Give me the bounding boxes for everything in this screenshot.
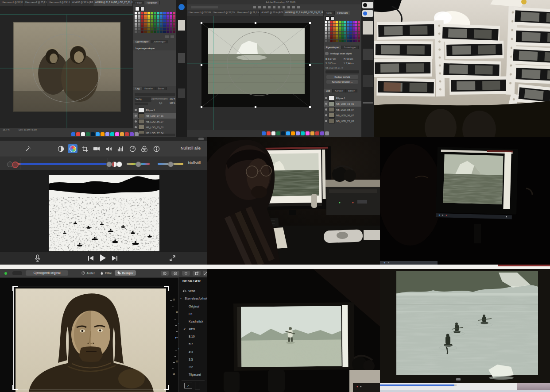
new-swatch-icon[interactable] — [165, 35, 169, 38]
auto-enhance-wand-button[interactable] — [203, 271, 207, 276]
color-swatch[interactable] — [336, 29, 338, 31]
color-swatch[interactable] — [151, 25, 153, 27]
color-swatch[interactable] — [160, 17, 163, 19]
color-swatch[interactable] — [167, 17, 169, 19]
next-frame-icon[interactable] — [112, 255, 118, 261]
aspect-option[interactable]: 4:3 — [189, 350, 193, 354]
tab-justeringer[interactable]: Justeringer — [341, 46, 358, 49]
color-swatch[interactable] — [135, 17, 137, 19]
noise-equalizer-icon[interactable] — [116, 144, 125, 153]
color-swatch[interactable] — [151, 31, 153, 33]
color-swatch[interactable] — [358, 21, 360, 23]
color-swatch[interactable] — [144, 12, 147, 14]
color-swatch[interactable] — [339, 32, 341, 34]
color-swatch[interactable] — [341, 27, 344, 29]
color-swatch[interactable] — [173, 31, 175, 33]
info-button[interactable] — [161, 271, 169, 276]
color-swatch[interactable] — [355, 40, 357, 42]
color-swatch[interactable] — [336, 40, 338, 42]
color-swatch[interactable] — [138, 23, 140, 25]
window-control-button[interactable] — [198, 138, 204, 140]
eye-icon[interactable] — [325, 103, 327, 105]
document-tab[interactable]: Uten navn-1 @ 33,3 % ... — [0, 0, 23, 6]
color-swatch[interactable] — [141, 20, 143, 22]
color-swatch[interactable] — [141, 12, 143, 14]
y-field[interactable]: Y: 2,44 cm — [344, 62, 354, 65]
color-swatch[interactable] — [167, 28, 169, 30]
color-swatch[interactable] — [349, 37, 352, 39]
color-swatch[interactable] — [328, 24, 330, 26]
crop-handle-bottomright[interactable] — [164, 385, 169, 390]
color-swatch[interactable] — [352, 21, 355, 23]
color-swatch[interactable] — [135, 20, 137, 22]
levels-slider-track[interactable] — [8, 163, 120, 165]
document-tab-active[interactable]: AIVA68 @ 11,7 % (NB_LOD_27_01, RGB/8) * — [93, 0, 133, 6]
straighten-dial[interactable]: 15 10 5 0 5 10 15 — [167, 296, 179, 380]
dock-app-icon[interactable] — [120, 132, 124, 136]
color-swatch[interactable] — [173, 25, 175, 27]
crop-icon[interactable] — [80, 144, 89, 153]
dock-app-icon[interactable] — [105, 132, 109, 136]
tab-baner[interactable]: Baner — [346, 89, 357, 92]
color-swatch[interactable] — [154, 20, 156, 22]
dock-app-icon[interactable] — [81, 132, 85, 136]
dock-app-icon[interactable] — [301, 131, 305, 135]
crop-handle-topleft[interactable] — [12, 286, 18, 291]
color-swatch[interactable] — [138, 28, 140, 30]
color-swatch[interactable] — [333, 32, 335, 34]
color-swatch[interactable] — [339, 35, 341, 37]
layer-row-selected[interactable]: NB_LOD_27_01 — [133, 113, 177, 119]
color-swatch[interactable] — [144, 20, 147, 22]
color-swatch[interactable] — [347, 40, 349, 42]
color-swatch[interactable] — [144, 15, 147, 17]
dock-app-icon[interactable] — [135, 132, 139, 136]
dock-app-icon[interactable] — [110, 132, 114, 136]
dock-app-icon[interactable] — [281, 131, 285, 135]
color-swatch[interactable] — [344, 40, 346, 42]
eye-icon[interactable] — [135, 120, 137, 123]
color-swatch[interactable] — [339, 21, 341, 23]
revert-original-button[interactable]: Gjenopprett original — [26, 270, 68, 276]
color-swatch[interactable] — [355, 32, 357, 34]
color-swatch[interactable] — [328, 37, 330, 39]
color-swatch[interactable] — [147, 28, 150, 30]
layer-row[interactable]: NB_LOD_25_03 — [133, 124, 177, 130]
traffic-light-green[interactable] — [4, 272, 7, 275]
color-swatch[interactable] — [341, 40, 344, 42]
color-swatch[interactable] — [147, 25, 150, 27]
delete-swatch-icon[interactable] — [170, 35, 174, 38]
tab-fargekart[interactable]: Fargekart — [335, 11, 350, 15]
opacity-value[interactable]: 100 % — [170, 98, 175, 100]
tab-filtre[interactable]: Filtre — [97, 270, 115, 276]
remove-button[interactable] — [171, 271, 179, 276]
color-swatch[interactable] — [336, 24, 338, 26]
color-swatch[interactable] — [347, 27, 349, 29]
color-swatch[interactable] — [352, 29, 355, 31]
tab-kanaler[interactable]: Kanaler — [333, 89, 346, 92]
color-swatch[interactable] — [167, 20, 169, 22]
color-swatch[interactable] — [141, 25, 143, 27]
blend-mode-select[interactable]: Vanlig — [135, 97, 151, 102]
color-balance-icon[interactable] — [56, 144, 66, 153]
color-swatch[interactable] — [330, 21, 333, 23]
swatch-grid[interactable] — [135, 12, 175, 33]
color-swatch[interactable] — [138, 15, 140, 17]
dock-app-icon[interactable] — [125, 132, 129, 136]
color-swatch[interactable] — [141, 31, 143, 33]
color-swatch[interactable] — [355, 21, 357, 23]
layer-row[interactable]: Ellipse 1 — [133, 107, 177, 113]
color-swatch[interactable] — [358, 24, 360, 26]
color-swatch[interactable] — [170, 31, 172, 33]
orientation-landscape-button[interactable]: ✓ — [184, 383, 192, 388]
color-swatch[interactable] — [355, 37, 357, 39]
color-swatch[interactable] — [147, 20, 150, 22]
color-swatch[interactable] — [135, 23, 137, 25]
document-tab[interactable]: Uten navn-1 @ 33,3 % ... — [187, 10, 211, 16]
zoom-toggle-pill[interactable] — [12, 271, 22, 275]
layer-row[interactable]: NB_LOD_25_03 — [324, 118, 361, 124]
filename-input[interactable] — [325, 70, 359, 73]
color-swatch[interactable] — [347, 32, 349, 34]
saturation-handle[interactable] — [136, 161, 141, 167]
fullscreen-icon[interactable] — [169, 255, 176, 261]
color-swatch[interactable] — [160, 25, 163, 27]
